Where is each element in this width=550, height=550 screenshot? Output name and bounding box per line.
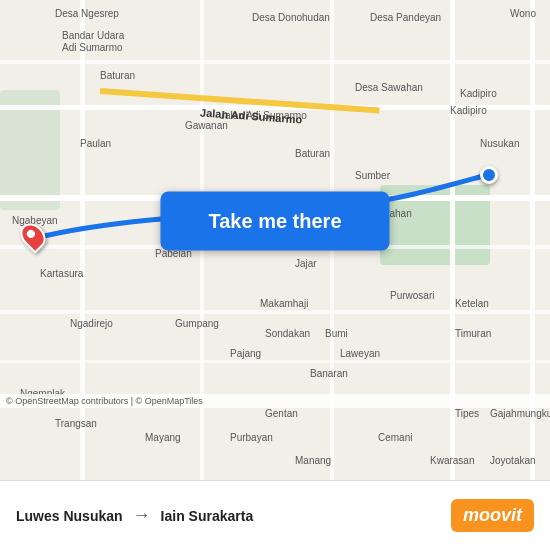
road-v1 (80, 0, 85, 480)
take-me-there-button[interactable]: Take me there (160, 191, 389, 250)
road-v5 (530, 0, 535, 480)
origin-pin (22, 222, 44, 250)
bottom-bar: Luwes Nusukan → Iain Surakarta moovit (0, 480, 550, 550)
route-arrow-icon: → (133, 505, 151, 526)
destination-pin (480, 166, 498, 184)
route-from: Luwes Nusukan (16, 508, 123, 524)
moovit-logo-text: moovit (451, 499, 534, 532)
moovit-logo: moovit (451, 499, 534, 532)
map-container: Desa NgesrepBandar UdaraAdi SumarmoBatur… (0, 0, 550, 480)
route-to: Iain Surakarta (161, 508, 254, 524)
road-v4 (450, 0, 455, 480)
map-attribution: © OpenStreetMap contributors | © OpenMap… (0, 394, 550, 408)
